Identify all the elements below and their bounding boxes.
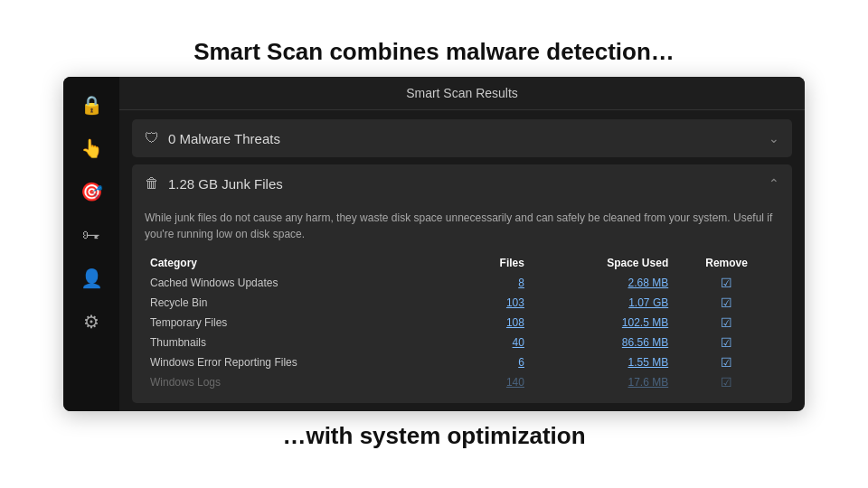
checkbox-checked-icon: ☑: [721, 375, 732, 389]
row-category: Cached Windows Updates: [145, 273, 459, 293]
checkbox-checked-icon: ☑: [721, 296, 732, 310]
junk-label: 1.28 GB Junk Files: [168, 176, 769, 192]
checkbox-checked-icon: ☑: [721, 276, 732, 290]
row-files[interactable]: 40: [459, 333, 530, 352]
bottom-heading: …with system optimization: [0, 411, 868, 466]
checkbox-checked-icon: ☑: [721, 355, 732, 370]
malware-icon: 🛡: [145, 130, 159, 146]
col-category: Category: [145, 253, 459, 273]
row-space[interactable]: 102.5 MB: [530, 313, 674, 333]
row-category: Recycle Bin: [145, 293, 459, 313]
junk-section-body: While junk files do not cause any harm, …: [132, 202, 792, 403]
row-category: Windows Error Reporting Files: [145, 352, 459, 372]
junk-description: While junk files do not cause any harm, …: [145, 210, 779, 242]
scroll-area[interactable]: 🛡 0 Malware Threats ⌄ 🗑 1.28 GB Junk Fil…: [119, 110, 805, 411]
row-remove-checkbox[interactable]: ☑: [674, 313, 779, 333]
junk-table: Category Files Space Used Remove Cached …: [145, 253, 779, 392]
main-content: Smart Scan Results 🛡 0 Malware Threats ⌄…: [119, 77, 805, 411]
checkbox-checked-icon: ☑: [721, 315, 732, 330]
malware-section-row[interactable]: 🛡 0 Malware Threats ⌄: [132, 119, 792, 157]
row-files[interactable]: 6: [459, 352, 530, 372]
header-title: Smart Scan Results: [406, 86, 518, 100]
malware-chevron: ⌄: [769, 131, 779, 145]
table-row: Thumbnails4086.56 MB☑: [145, 333, 779, 352]
add-user-icon[interactable]: 👤: [72, 259, 110, 297]
row-remove-checkbox[interactable]: ☑: [674, 352, 779, 372]
row-category: Thumbnails: [145, 333, 459, 352]
row-files[interactable]: 140: [459, 372, 530, 392]
lock-icon[interactable]: 🔒: [72, 86, 110, 124]
row-space[interactable]: 17.6 MB: [530, 372, 674, 392]
junk-icon: 🗑: [145, 175, 159, 192]
checkbox-checked-icon: ☑: [721, 335, 732, 350]
row-files[interactable]: 8: [459, 273, 530, 293]
junk-section: 🗑 1.28 GB Junk Files ⌃ While junk files …: [132, 164, 792, 403]
row-remove-checkbox[interactable]: ☑: [674, 273, 779, 293]
col-space: Space Used: [530, 253, 674, 273]
row-remove-checkbox[interactable]: ☑: [674, 293, 779, 313]
row-space[interactable]: 1.55 MB: [530, 352, 674, 372]
malware-label: 0 Malware Threats: [168, 131, 769, 146]
table-row: Windows Logs14017.6 MB☑: [145, 372, 779, 392]
row-files[interactable]: 103: [459, 293, 530, 313]
key-icon[interactable]: 🗝: [72, 216, 110, 254]
row-category: Temporary Files: [145, 313, 459, 333]
top-heading: Smart Scan combines malware detection…: [0, 22, 868, 77]
fingerprint-icon[interactable]: 👆: [72, 129, 110, 167]
outer-wrapper: Smart Scan combines malware detection… 🔒…: [0, 0, 868, 488]
table-row: Windows Error Reporting Files61.55 MB☑: [145, 352, 779, 372]
speedometer-icon[interactable]: 🎯: [72, 173, 110, 211]
row-remove-checkbox[interactable]: ☑: [674, 333, 779, 352]
table-row: Recycle Bin1031.07 GB☑: [145, 293, 779, 313]
sidebar: 🔒👆🎯🗝👤⚙: [63, 77, 119, 411]
row-remove-checkbox[interactable]: ☑: [674, 372, 779, 392]
row-space[interactable]: 1.07 GB: [530, 293, 674, 313]
settings-icon[interactable]: ⚙: [72, 303, 110, 341]
main-header: Smart Scan Results: [119, 77, 805, 110]
row-files[interactable]: 108: [459, 313, 530, 333]
table-row: Cached Windows Updates82.68 MB☑: [145, 273, 779, 293]
junk-chevron: ⌃: [769, 176, 779, 191]
col-remove: Remove: [674, 253, 779, 273]
table-row: Temporary Files108102.5 MB☑: [145, 313, 779, 333]
junk-section-header[interactable]: 🗑 1.28 GB Junk Files ⌃: [132, 164, 792, 202]
row-space[interactable]: 2.68 MB: [530, 273, 674, 293]
app-window: 🔒👆🎯🗝👤⚙ Smart Scan Results 🛡 0 Malware Th…: [63, 77, 805, 411]
row-space[interactable]: 86.56 MB: [530, 333, 674, 352]
row-category: Windows Logs: [145, 372, 459, 392]
col-files: Files: [459, 253, 530, 273]
